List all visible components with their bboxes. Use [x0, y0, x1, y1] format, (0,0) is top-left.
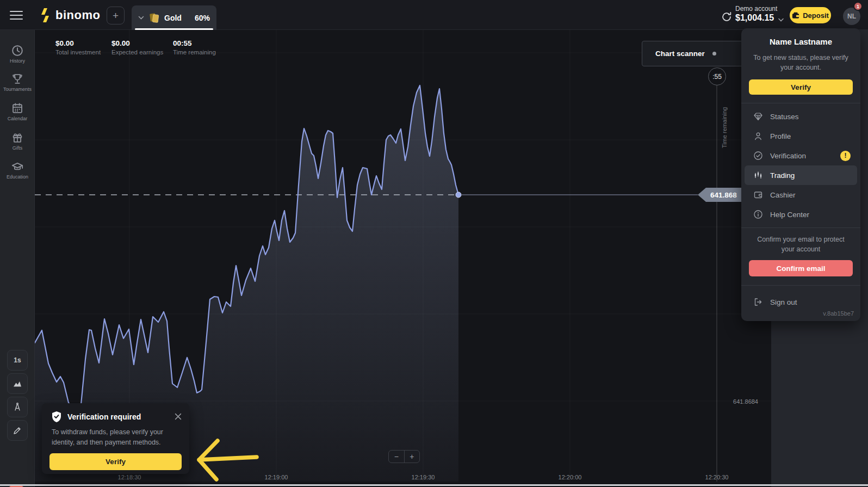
asset-payout: 60% [195, 14, 210, 22]
person-icon [753, 131, 763, 141]
status-note: To get new status, please verify your ac… [752, 53, 850, 72]
menu-item-profile[interactable]: Profile [741, 126, 860, 146]
stat-time-remaining: 00:55 Time remaining [173, 39, 216, 56]
menu-item-trading[interactable]: Trading [745, 165, 857, 185]
menu-item-label: Profile [770, 132, 791, 140]
interval-selector-button[interactable]: 1s [7, 350, 28, 371]
signout-section: Sign out [741, 285, 860, 312]
panel-header: Name Lastname To get new status, please … [741, 28, 860, 72]
gift-icon [11, 132, 23, 144]
popup-body-text: To withdraw funds, please verify your id… [42, 423, 189, 448]
deposit-button[interactable]: Deposit [790, 7, 831, 23]
pencil-icon [13, 426, 22, 435]
zoom-out-button[interactable]: − [389, 451, 405, 463]
sidebar-item-label: Calendar [0, 116, 35, 121]
area-chart-icon [13, 379, 22, 389]
signout-label: Sign out [770, 298, 797, 306]
info-circle-icon [753, 209, 763, 219]
account-type: Demo account [735, 5, 777, 13]
notification-badge: 1 [853, 2, 863, 11]
asset-tab-gold[interactable]: Gold 60% [132, 5, 216, 30]
confirm-email-button[interactable]: Confirm email [749, 260, 853, 276]
app-version: v.8ab15be7 [823, 310, 854, 317]
popup-verify-button[interactable]: Verify [49, 453, 182, 470]
total-investment-label: Total investment [55, 49, 101, 56]
time-axis-label: 12:20:00 [548, 474, 592, 480]
menu-item-label: Trading [770, 171, 795, 180]
chart-zoom-controls: − + [388, 450, 420, 463]
history-clock-icon [11, 45, 23, 57]
time-axis-label: 12:20:30 [695, 474, 739, 480]
verify-account-button[interactable]: Verify [749, 79, 853, 95]
account-balance: $1,004.15 [735, 13, 777, 23]
menu-item-label: Help Center [770, 211, 809, 219]
asset-name: Gold [164, 14, 182, 22]
gold-asset-icon [149, 12, 159, 24]
user-name: Name Lastname [750, 37, 852, 46]
candlestick-chart-icon [753, 170, 763, 180]
sidebar-item-label: Tournaments [0, 87, 35, 92]
chart-type-button[interactable] [7, 373, 28, 394]
diamond-icon [753, 112, 763, 121]
menu-item-verification[interactable]: Verification ! [741, 146, 860, 165]
menu-item-label: Statuses [770, 113, 799, 121]
left-sidebar: History Tournaments Calendar [0, 30, 35, 487]
close-icon[interactable] [175, 412, 182, 422]
time-remaining-value: 00:55 [173, 39, 216, 47]
email-confirm-note: Confirm your email to protect your accou… [752, 235, 850, 254]
add-asset-tab-button[interactable]: + [107, 7, 125, 24]
chevron-down-icon [138, 16, 144, 20]
menu-item-cashier[interactable]: Cashier [741, 185, 860, 205]
sidebar-item-calendar[interactable]: Calendar [0, 102, 35, 121]
menu-item-help-center[interactable]: Help Center [741, 205, 860, 224]
countdown-circle: :55 [708, 67, 726, 85]
account-switcher[interactable]: Demo account $1,004.15 [735, 5, 777, 23]
check-circle-icon [753, 151, 763, 161]
sidebar-item-education[interactable]: Education [0, 161, 35, 180]
zoom-in-button[interactable]: + [405, 451, 420, 463]
sidebar-item-tournaments[interactable]: Tournaments [0, 73, 35, 92]
wallet-icon [792, 12, 799, 19]
account-menu: Statuses Profile Verification ! Trading [741, 103, 860, 227]
time-remaining-label: Time remaining [173, 49, 216, 56]
account-dropdown-panel: Name Lastname To get new status, please … [741, 28, 860, 321]
drawing-tools-button[interactable] [7, 420, 28, 441]
verification-popup: Verification required To withdraw funds,… [42, 403, 189, 474]
sidebar-item-history[interactable]: History [0, 45, 35, 64]
menu-icon[interactable] [10, 11, 23, 20]
menu-item-label: Verification [770, 152, 806, 160]
expected-earnings-value: $0.00 [111, 39, 163, 47]
sidebar-item-label: Education [0, 174, 35, 180]
popup-title: Verification required [67, 412, 169, 421]
sidebar-item-gifts[interactable]: Gifts [0, 132, 35, 151]
time-axis-label: 12:18:30 [108, 474, 151, 480]
cashier-wallet-icon [753, 190, 763, 200]
calendar-icon [11, 102, 23, 114]
annotation-arrow-icon [185, 433, 264, 487]
chart-scanner-label: Chart scanner [655, 50, 705, 58]
graduation-cap-icon [11, 161, 23, 172]
sidebar-item-label: History [0, 58, 35, 64]
email-confirm-section: Confirm your email to protect your accou… [741, 227, 860, 285]
total-investment-value: $0.00 [55, 39, 101, 47]
verification-warning-badge: ! [840, 151, 851, 161]
refresh-balance-icon[interactable] [721, 11, 732, 24]
deposit-label: Deposit [803, 11, 829, 20]
binomo-logo[interactable]: binomo [39, 8, 100, 23]
current-price-tag-value: 641.868 [710, 191, 737, 199]
expected-earnings-label: Expected earnings [111, 49, 163, 56]
time-remaining-axis-note: Time remaining [721, 88, 728, 148]
menu-item-statuses[interactable]: Statuses [741, 107, 860, 126]
menu-item-label: Cashier [770, 191, 796, 199]
account-chevron-down-icon[interactable] [778, 14, 784, 24]
indicators-button[interactable] [7, 397, 28, 417]
chart-scanner-status-dot [712, 52, 716, 56]
timeline-scrollbar[interactable] [0, 484, 868, 486]
signout-button[interactable]: Sign out [741, 292, 860, 312]
sign-out-icon [753, 297, 763, 307]
shield-check-icon [51, 411, 62, 423]
sidebar-item-label: Gifts [0, 145, 35, 151]
stat-total-investment: $0.00 Total investment [55, 39, 101, 56]
trading-app: 641.8684 641.868 $0.00 Total investment … [0, 0, 868, 487]
time-axis-label: 12:19:30 [401, 474, 445, 480]
